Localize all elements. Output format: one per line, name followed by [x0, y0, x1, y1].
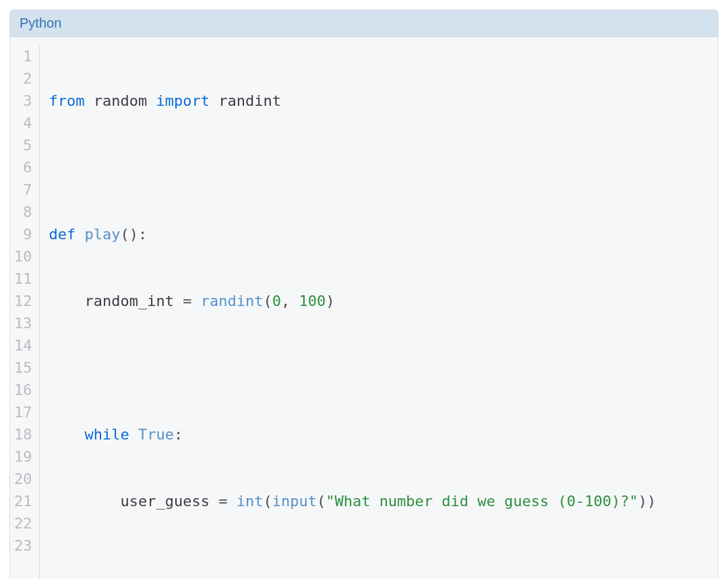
- keyword: def: [49, 226, 76, 243]
- line-number: 16: [14, 379, 32, 401]
- line-number: 21: [14, 490, 32, 512]
- line-number: 4: [14, 112, 32, 134]
- punctuation: (: [317, 493, 326, 510]
- line-number: 2: [14, 67, 32, 90]
- module-name: random: [94, 92, 147, 109]
- language-label: Python: [20, 16, 61, 30]
- line-number: 1: [14, 45, 32, 67]
- number: 0: [272, 293, 281, 309]
- code-line: [49, 357, 657, 379]
- line-number: 12: [14, 290, 32, 312]
- code-line: random_int = randint(0, 100): [49, 290, 657, 312]
- line-number: 15: [14, 357, 32, 379]
- line-number-gutter: 1 2 3 4 5 6 7 8 9 10 11 12 13 14 15 16 1…: [10, 45, 40, 579]
- code-body: 1 2 3 4 5 6 7 8 9 10 11 12 13 14 15 16 1…: [10, 37, 718, 579]
- line-number: 19: [14, 446, 32, 468]
- line-number: 3: [14, 90, 32, 112]
- string: "What number did we guess (0-100)?": [326, 493, 638, 510]
- code-block: Python 1 2 3 4 5 6 7 8 9 10 11 12 13 14 …: [9, 9, 719, 579]
- identifier: user_guess: [120, 493, 209, 510]
- code-line: user_guess = int(input("What number did …: [49, 490, 657, 512]
- line-number: 14: [14, 334, 32, 357]
- line-number: 6: [14, 156, 32, 179]
- identifier: random_int: [84, 293, 173, 309]
- punctuation: :: [174, 426, 183, 443]
- line-number: 23: [14, 535, 32, 557]
- builtin: randint: [201, 293, 264, 309]
- code-header: Python: [10, 10, 718, 37]
- punctuation: ():: [120, 226, 147, 243]
- line-number: 11: [14, 268, 32, 290]
- code-line: [49, 156, 657, 179]
- punctuation: ,: [281, 293, 290, 309]
- code-content: from random import randint def play(): r…: [40, 45, 666, 579]
- operator: =: [183, 293, 191, 309]
- code-line: def play():: [49, 223, 657, 245]
- line-number: 20: [14, 468, 32, 490]
- line-number: 5: [14, 134, 32, 156]
- function-name: play: [85, 226, 121, 243]
- keyword: while: [84, 426, 129, 443]
- builtin: input: [272, 493, 317, 510]
- operator: =: [218, 493, 227, 510]
- punctuation: (: [263, 493, 272, 510]
- code-line: [49, 557, 657, 579]
- builtin: int: [237, 493, 264, 510]
- code-line: while True:: [49, 423, 657, 446]
- line-number: 18: [14, 423, 32, 446]
- punctuation: (: [263, 293, 272, 309]
- keyword: from: [49, 92, 85, 109]
- line-number: 8: [14, 201, 32, 223]
- line-number: 7: [14, 179, 32, 201]
- builtin: True: [138, 426, 174, 443]
- punctuation: )): [638, 493, 657, 510]
- number: 100: [299, 293, 326, 309]
- line-number: 10: [14, 245, 32, 268]
- keyword: import: [156, 92, 209, 109]
- punctuation: ): [326, 293, 334, 309]
- line-number: 17: [14, 401, 32, 423]
- identifier: randint: [218, 92, 281, 109]
- line-number: 13: [14, 312, 32, 334]
- line-number: 22: [14, 512, 32, 535]
- code-line: from random import randint: [49, 90, 657, 112]
- line-number: 9: [14, 223, 32, 245]
